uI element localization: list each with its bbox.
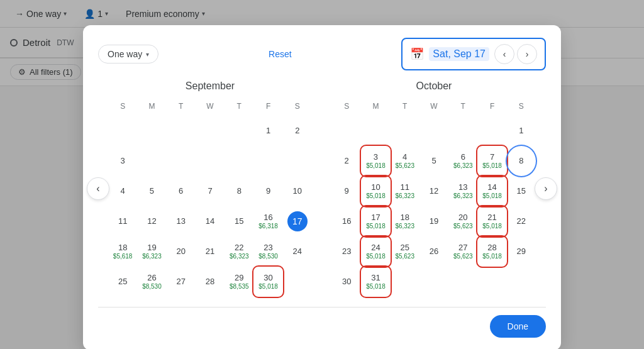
calendars-wrapper: ‹ September S M T W T F S 12345678910111… [98, 80, 546, 86]
october-calendar: October S M T W T F S 123$5,0184$5,62356… [322, 80, 546, 86]
modal-oneway-label: One way [108, 49, 142, 59]
september-title: September [108, 80, 312, 86]
selected-date-display: Sat, Sep 17 [429, 47, 489, 61]
date-prev-arrow[interactable]: ‹ [494, 44, 514, 64]
september-calendar: September S M T W T F S 1234567891011121… [98, 80, 322, 86]
modal-header: One way ▾ Reset 📅 Sat, Sep 17 ‹ › [98, 38, 546, 70]
modal-oneway-selector[interactable]: One way ▾ [98, 45, 158, 64]
calendar-icon: 📅 [410, 47, 424, 61]
date-picker-overlay: One way ▾ Reset 📅 Sat, Sep 17 ‹ › ‹ Sept… [0, 0, 644, 86]
date-input-box[interactable]: 📅 Sat, Sep 17 ‹ › [401, 38, 546, 70]
modal-oneway-chevron: ▾ [146, 51, 149, 58]
reset-button[interactable]: Reset [269, 49, 292, 59]
october-title: October [332, 80, 536, 86]
date-next-arrow[interactable]: › [517, 44, 537, 64]
date-nav-arrows: ‹ › [494, 44, 537, 64]
date-picker-modal: One way ▾ Reset 📅 Sat, Sep 17 ‹ › ‹ Sept… [83, 25, 561, 86]
